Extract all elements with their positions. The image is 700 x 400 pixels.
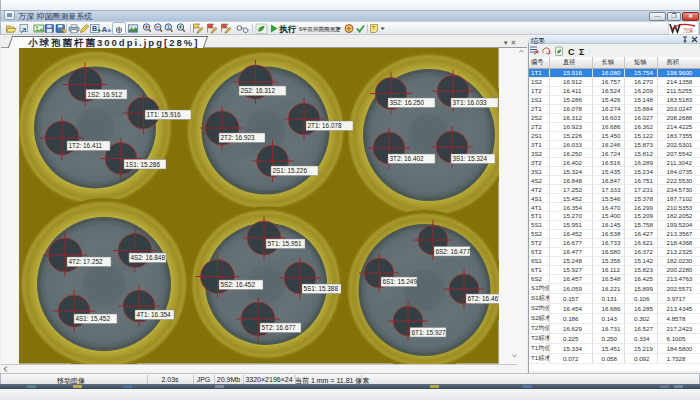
svg-text:4S1: 15.452: 4S1: 15.452 xyxy=(76,315,111,322)
svg-text:3S1: 15.324: 3S1: 15.324 xyxy=(453,155,488,162)
svg-text:C: C xyxy=(568,47,575,57)
svg-text:2S1: 15.226: 2S1: 15.226 xyxy=(273,167,308,174)
svg-text:2T1: 16.078: 2T1: 16.078 xyxy=(308,122,343,129)
svg-text:6平皿抑菌圈测定: 6平皿抑菌圈测定 xyxy=(299,26,341,33)
svg-text:4T2: 17.252: 4T2: 17.252 xyxy=(69,258,104,265)
svg-text:1: 1 xyxy=(167,24,170,30)
svg-text:6T1: 15.927: 6T1: 15.927 xyxy=(412,329,447,336)
svg-text:1T1: 15.916: 1T1: 15.916 xyxy=(147,111,182,118)
svg-text:2S2: 16.312: 2S2: 16.312 xyxy=(241,87,276,94)
svg-text:6S2: 16.477: 6S2: 16.477 xyxy=(436,248,471,255)
svg-text:5S1: 15.388: 5S1: 15.388 xyxy=(304,285,339,292)
svg-text:4T1: 16.354: 4T1: 16.354 xyxy=(137,311,172,318)
svg-text:5T1: 15.951: 5T1: 15.951 xyxy=(268,240,303,247)
svg-text:4S2: 16.848: 4S2: 16.848 xyxy=(131,254,166,261)
svg-text:B: B xyxy=(92,25,97,32)
svg-text:6T2: 16.467: 6T2: 16.467 xyxy=(468,295,500,302)
svg-text:5T2: 16.677: 5T2: 16.677 xyxy=(262,324,297,331)
svg-text:6S1: 15.249: 6S1: 15.249 xyxy=(383,278,418,285)
svg-text:1S1: 15.286: 1S1: 15.286 xyxy=(126,161,161,168)
svg-text:a: a xyxy=(108,27,112,33)
svg-text:万深: 万深 xyxy=(683,27,693,34)
svg-text:1T2: 16.411: 1T2: 16.411 xyxy=(69,142,103,149)
svg-text:执行: 执行 xyxy=(279,24,297,34)
svg-text:Σ: Σ xyxy=(579,47,585,57)
svg-text:1S2: 16.912: 1S2: 16.912 xyxy=(88,91,123,98)
svg-text:3S2: 16.250: 3S2: 16.250 xyxy=(390,99,425,106)
svg-text:3T2: 16.402: 3T2: 16.402 xyxy=(390,155,425,162)
svg-text:2T2: 16.923: 2T2: 16.923 xyxy=(221,134,256,141)
svg-text:3T1: 16.033: 3T1: 16.033 xyxy=(453,99,488,106)
svg-text:5S2: 16.452: 5S2: 16.452 xyxy=(221,281,256,288)
svg-text:?: ? xyxy=(372,25,375,31)
